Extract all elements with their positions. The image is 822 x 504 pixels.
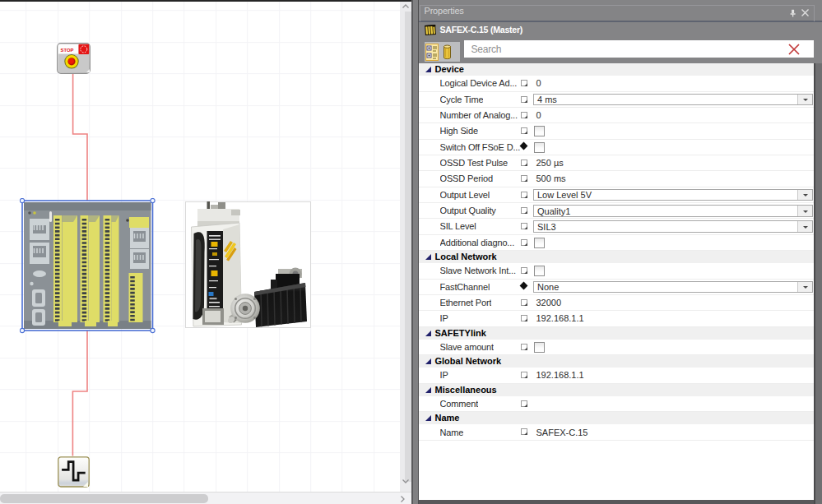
svg-text:STOP: STOP bbox=[61, 48, 74, 53]
